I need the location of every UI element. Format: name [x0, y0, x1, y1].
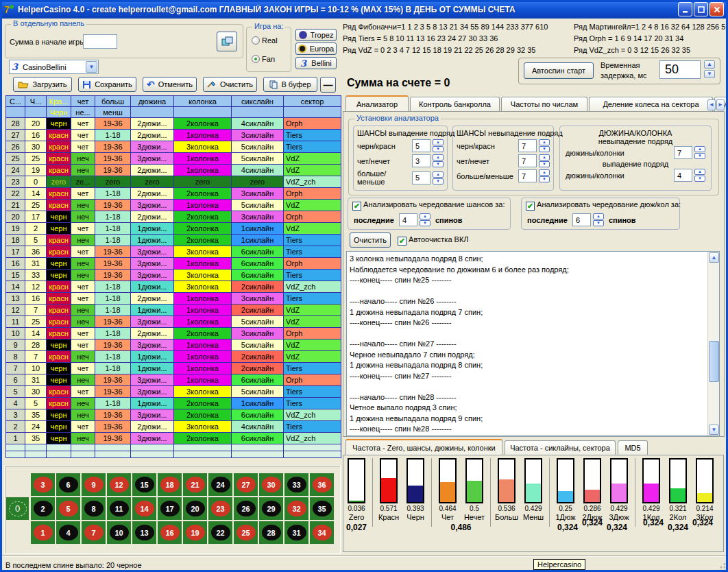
- spin-row[interactable]: 2017черннеч1-182дюжи...2колонка3сиклайнO…: [6, 211, 341, 223]
- maximize-button[interactable]: [694, 2, 708, 16]
- roulette-number-12[interactable]: 12: [107, 473, 131, 496]
- roulette-number-18[interactable]: 18: [158, 473, 182, 496]
- alternation-chances-check[interactable]: ✔: [352, 202, 361, 211]
- value-spinner[interactable]: 7▲▼: [518, 169, 550, 182]
- spin-down[interactable]: ▼: [433, 146, 444, 152]
- roulette-number-24[interactable]: 24: [208, 473, 232, 496]
- spin-row[interactable]: 127красннеч1-181дюжи...1колонка2сиклайнV…: [6, 305, 341, 316]
- column-header[interactable]: [284, 107, 341, 118]
- scroll-up-button[interactable]: ▲: [709, 252, 719, 263]
- roulette-number-7[interactable]: 7: [82, 521, 106, 544]
- roulette-number-28[interactable]: 28: [259, 521, 283, 544]
- roulette-number-32[interactable]: 32: [284, 497, 308, 520]
- roulette-number-13[interactable]: 13: [132, 521, 156, 544]
- roulette-number-27[interactable]: 27: [234, 473, 258, 496]
- column-header[interactable]: не...: [71, 107, 95, 118]
- column-header[interactable]: дюжина: [131, 96, 174, 107]
- to-buffer-button[interactable]: В буфер: [263, 77, 317, 92]
- column-header[interactable]: сектор: [284, 96, 341, 107]
- roulette-number-1[interactable]: 1: [31, 521, 55, 544]
- spin-row[interactable]: 230zeroze...zerozerozerozeroVdZ_zch: [6, 176, 341, 188]
- roulette-number-15[interactable]: 15: [132, 473, 156, 496]
- delay-input[interactable]: 50: [659, 60, 701, 79]
- spin-row[interactable]: 87красннеч1-181дюжи...1колонка2сиклайнVd…: [6, 351, 341, 363]
- alternation-dozcol-check[interactable]: ✔: [526, 202, 535, 211]
- roulette-number-31[interactable]: 31: [284, 521, 308, 544]
- collapse-button[interactable]: —: [320, 77, 336, 93]
- spin-up[interactable]: ▲: [694, 146, 705, 152]
- spin-row[interactable]: 2525красннеч19-363дюжи...1колонка5сиклай…: [6, 153, 341, 165]
- value-spinner[interactable]: 4▲▼: [674, 169, 705, 182]
- spin-row[interactable]: 2214краснчет1-182дюжи...2колонка3сиклайн…: [6, 188, 341, 200]
- tab-Деление колеса на сектора[interactable]: Деление колеса на сектора: [589, 97, 713, 111]
- roulette-number-2[interactable]: 2: [31, 497, 55, 520]
- spin-row[interactable]: 928чернчет19-363дюжи...1колонка5сиклайнV…: [6, 339, 341, 351]
- column-header[interactable]: менш: [95, 107, 131, 118]
- tab-Контроль банкролла[interactable]: Контроль банкролла: [410, 97, 500, 111]
- value-spinner[interactable]: 3▲▼: [412, 154, 444, 167]
- column-header[interactable]: Кра...: [47, 96, 71, 107]
- save-button[interactable]: Сохранить: [78, 77, 136, 92]
- spin-down[interactable]: ▼: [433, 178, 444, 184]
- roulette-number-6[interactable]: 6: [56, 473, 80, 496]
- roulette-number-11[interactable]: 11: [107, 497, 131, 520]
- undo-button[interactable]: ↶ Отменить: [143, 77, 197, 92]
- spin-row[interactable]: 1014краснчет1-182дюжи...2колонка3сиклайн…: [6, 328, 341, 339]
- value-spinner[interactable]: 7▲▼: [518, 139, 550, 152]
- delay-down-button[interactable]: ▼: [704, 70, 715, 78]
- roulette-number-29[interactable]: 29: [259, 497, 283, 520]
- spin-row[interactable]: 2820чернчет19-362дюжи...2колонка4сиклайн…: [6, 118, 341, 130]
- roulette-number-35[interactable]: 35: [310, 497, 334, 520]
- log-clear-button[interactable]: Очистить: [350, 233, 391, 248]
- column-header[interactable]: [232, 107, 284, 118]
- log-scrollbar[interactable]: ▲ ▼: [707, 252, 719, 436]
- roulette-number-22[interactable]: 22: [208, 521, 232, 544]
- roulette-number-5[interactable]: 5: [56, 497, 80, 520]
- roulette-number-36[interactable]: 36: [310, 473, 334, 496]
- roulette-number-26[interactable]: 26: [234, 497, 258, 520]
- value-spinner[interactable]: 5▲▼: [412, 171, 444, 184]
- spin-down[interactable]: ▼: [539, 161, 550, 167]
- roulette-number-8[interactable]: 8: [82, 497, 106, 520]
- load-button[interactable]: Загрузить: [13, 77, 72, 92]
- spin-row[interactable]: 2125красннеч19-363дюжи...1колонка5сиклай…: [6, 200, 341, 211]
- spin-up[interactable]: ▲: [420, 213, 430, 219]
- autoclear-check[interactable]: ✔: [398, 237, 407, 246]
- column-header[interactable]: сикслайн: [232, 96, 284, 107]
- roulette-zero[interactable]: 0: [6, 497, 29, 520]
- tabs-scroll-left[interactable]: ◄: [707, 99, 716, 110]
- spin-row[interactable]: 631черннеч19-363дюжи...1колонка6сиклайнO…: [6, 374, 341, 386]
- spin-row[interactable]: 1316краснчет1-182дюжи...1колонка3сиклайн…: [6, 293, 341, 305]
- scroll-thumb[interactable]: [709, 341, 719, 382]
- tropez-button[interactable]: Tropez: [295, 29, 337, 41]
- value-spinner[interactable]: 7▲▼: [674, 146, 705, 159]
- column-header[interactable]: [6, 107, 25, 118]
- column-header[interactable]: Ч...: [25, 96, 47, 107]
- column-header[interactable]: чет: [71, 96, 95, 107]
- spin-up[interactable]: ▲: [433, 139, 444, 145]
- radio-fan[interactable]: Fan: [252, 55, 275, 63]
- minimize-button[interactable]: [678, 2, 692, 16]
- roulette-number-19[interactable]: 19: [183, 521, 207, 544]
- spin-row[interactable]: 1533черннеч19-363дюжи...3колонка6сиклайн…: [6, 270, 341, 281]
- scroll-down-button[interactable]: ▼: [709, 425, 719, 435]
- spin-down[interactable]: ▼: [433, 161, 444, 167]
- spin-row[interactable]: 2630краснчет19-363дюжи...3колонка5сиклай…: [6, 141, 341, 153]
- roulette-number-16[interactable]: 16: [158, 521, 182, 544]
- spin-row[interactable]: 45красннеч1-181дюжи...2колонка1сиклайнTi…: [6, 398, 341, 409]
- roulette-number-9[interactable]: 9: [82, 473, 106, 496]
- detach-panel-button[interactable]: [217, 32, 237, 51]
- spin-down[interactable]: ▼: [420, 220, 430, 226]
- spin-down[interactable]: ▼: [539, 176, 550, 182]
- spin-down[interactable]: ▼: [593, 220, 604, 226]
- europa-button[interactable]: Europa: [295, 43, 337, 55]
- spin-up[interactable]: ▲: [539, 139, 550, 145]
- spin-down[interactable]: ▼: [694, 176, 705, 182]
- alternation-chances-checkbox[interactable]: ✔ Анализировать чередование шансов за:: [352, 200, 505, 211]
- alternation-dozcol-checkbox[interactable]: ✔ Анализировать чередование дюж/кол за:: [526, 200, 681, 211]
- radio-fan-circle[interactable]: [252, 55, 260, 63]
- analyzer-log[interactable]: 3 колонка невыпадала подряд 8 спин; Набл…: [346, 251, 720, 436]
- column-header[interactable]: [131, 107, 174, 118]
- spin-row[interactable]: 1631черннеч19-363дюжи...1колонка6сиклайн…: [6, 258, 341, 270]
- column-header[interactable]: С...: [6, 96, 25, 107]
